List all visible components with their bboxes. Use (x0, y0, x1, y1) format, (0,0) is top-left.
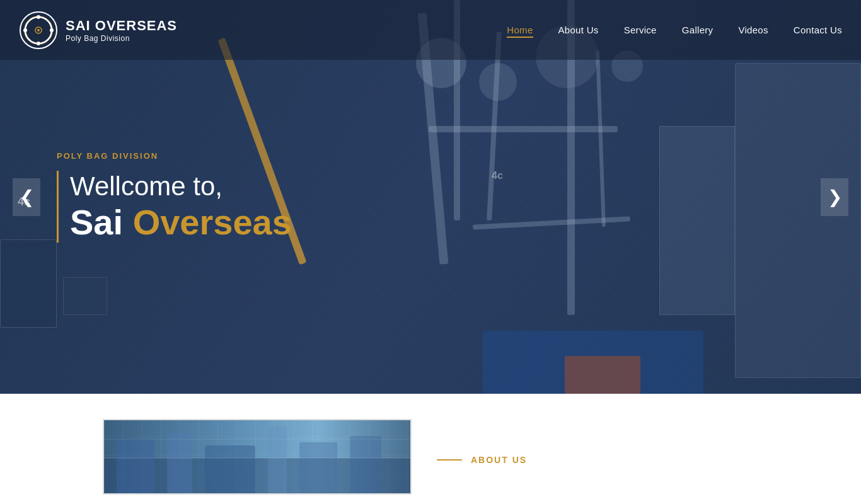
svg-point-5 (23, 28, 27, 32)
below-fold-section: ABOUT US (0, 394, 861, 504)
nav-item-about[interactable]: About Us (558, 25, 599, 36)
nav-item-service[interactable]: Service (624, 25, 657, 36)
logo-title: SAI OVERSEAS (66, 18, 177, 34)
mach-box-left (0, 239, 57, 328)
svg-rect-12 (268, 427, 287, 495)
svg-rect-13 (299, 442, 337, 495)
hero-prev-button[interactable]: ❮ (13, 178, 40, 216)
hero-brand-overseas: Overseas (133, 202, 292, 242)
mach-box-2 (63, 277, 107, 315)
about-section-preview: ABOUT US (84, 419, 777, 495)
svg-rect-14 (350, 436, 381, 495)
about-label-line: ABOUT US (437, 455, 527, 465)
nav-item-contact[interactable]: Contact Us (794, 25, 842, 36)
svg-point-7 (37, 29, 40, 32)
nav-link-about[interactable]: About Us (558, 25, 599, 35)
hero-tag: POLY BAG DIVISION (57, 151, 292, 161)
nav-item-videos[interactable]: Videos (738, 25, 768, 36)
mach-label-4c-2: 4c (492, 170, 503, 181)
nav-link-gallery[interactable]: Gallery (682, 25, 714, 35)
svg-rect-9 (117, 439, 154, 495)
logo-subtitle: Poly Bag Division (66, 34, 177, 43)
mach-bottom-orange (565, 356, 640, 394)
logo-text-block: SAI OVERSEAS Poly Bag Division (66, 18, 177, 43)
about-label: ABOUT US (471, 455, 527, 465)
nav-link-contact[interactable]: Contact Us (794, 25, 842, 35)
svg-rect-11 (205, 445, 255, 495)
about-image-svg (104, 420, 412, 495)
hero-brand-sai: Sai (70, 202, 133, 242)
nav-item-gallery[interactable]: Gallery (682, 25, 714, 36)
nav-link-service[interactable]: Service (624, 25, 657, 35)
logo-area: SAI OVERSEAS Poly Bag Division (19, 11, 177, 50)
about-decorative-line (437, 459, 462, 461)
svg-point-3 (50, 28, 54, 32)
svg-point-2 (37, 15, 40, 19)
mach-right-structure (735, 63, 861, 378)
hero-next-button[interactable]: ❯ (821, 178, 848, 216)
mach-mid-structure (659, 126, 735, 315)
svg-rect-10 (167, 433, 192, 495)
nav-link-home[interactable]: Home (507, 25, 533, 38)
nav-item-home[interactable]: Home (507, 25, 533, 36)
hero-content: POLY BAG DIVISION Wellcome to, Sai Overs… (57, 151, 292, 243)
svg-point-4 (37, 42, 40, 45)
nav-link-videos[interactable]: Videos (738, 25, 768, 35)
about-image-box (103, 419, 412, 495)
about-text-preview: ABOUT US (437, 419, 527, 495)
navbar: SAI OVERSEAS Poly Bag Division Home Abou… (0, 0, 861, 60)
logo-icon (19, 11, 58, 50)
hero-brand-text: Sai Overseas (70, 202, 292, 243)
nav-links: Home About Us Service Gallery Videos Con… (507, 25, 842, 36)
hero-text-block: Wellcome to, Sai Overseas (57, 171, 292, 243)
hero-welcome-text: Wellcome to, (70, 171, 292, 202)
